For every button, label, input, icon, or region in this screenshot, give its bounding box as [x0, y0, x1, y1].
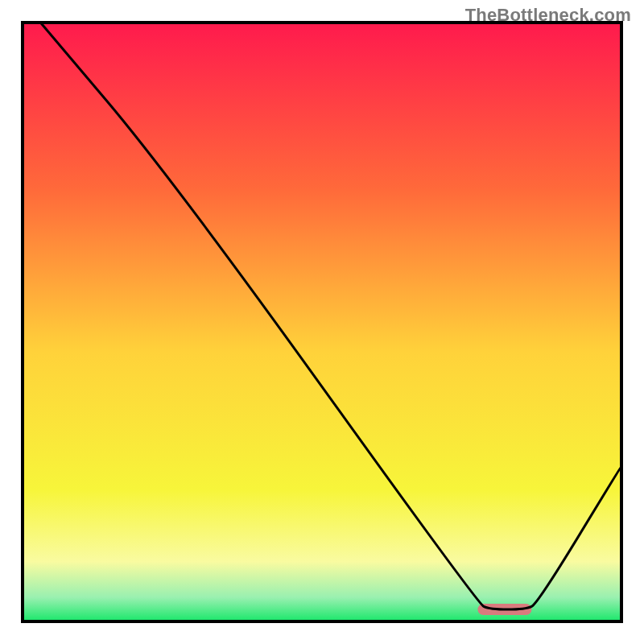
chart-svg — [0, 0, 644, 644]
chart-background — [23, 23, 621, 621]
watermark-text: TheBottleneck.com — [465, 5, 631, 26]
bottleneck-chart: TheBottleneck.com — [0, 0, 644, 644]
